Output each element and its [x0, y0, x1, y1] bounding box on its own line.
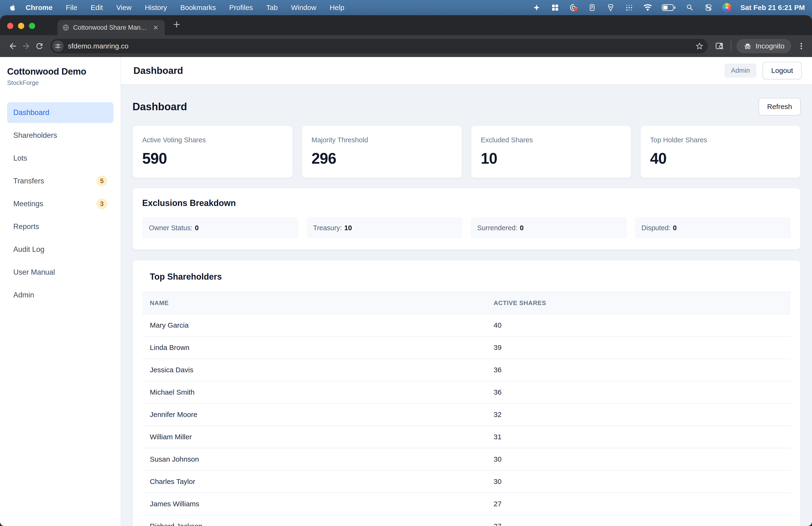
toolbar-separator [730, 41, 731, 51]
screen-record-icon[interactable] [569, 3, 578, 12]
exclusion-value: 10 [344, 224, 352, 232]
menubar-clock[interactable]: Sat Feb 21 6:21 PM [740, 3, 805, 12]
sidebar-item-label: Dashboard [13, 108, 107, 117]
sidebar-item-label: Shareholders [13, 131, 107, 140]
sidebar-item-label: Transfers [13, 177, 97, 185]
apple-menu-icon[interactable] [9, 3, 17, 12]
browser-tab[interactable]: Cottonwood Share Manager [57, 20, 165, 35]
close-window-button[interactable] [7, 23, 13, 29]
battery-icon[interactable] [662, 3, 676, 12]
exclusion-value: 0 [195, 224, 199, 232]
incognito-badge[interactable]: Incognito [737, 39, 791, 53]
exclusion-value: 0 [673, 224, 677, 232]
stat-card: Active Voting Shares 590 [132, 126, 293, 178]
stat-label: Active Voting Shares [142, 136, 283, 144]
menubar-menu-item[interactable]: Bookmarks [174, 3, 222, 12]
shareholder-active-shares: 27 [486, 515, 791, 526]
reload-button[interactable] [33, 40, 46, 53]
table-row[interactable]: Charles Taylor 30 [142, 470, 791, 493]
table-row[interactable]: Susan Johnson 30 [142, 448, 791, 470]
table-row[interactable]: Jessica Davis 36 [142, 359, 791, 381]
new-tab-button[interactable] [171, 19, 182, 30]
shield-icon[interactable] [606, 3, 615, 12]
shareholder-name: Linda Brown [142, 337, 486, 359]
stat-card: Majority Threshold 296 [302, 126, 462, 178]
shareholders-table: NAME ACTIVE SHARES Mary Garcia 40 [142, 292, 791, 526]
sparkle-icon[interactable] [532, 3, 541, 12]
exclusion-item: Surrendered: 0 [470, 217, 627, 239]
table-row[interactable]: James Williams 27 [142, 493, 791, 515]
sidebar-item-badge: 3 [97, 198, 107, 209]
exclusions-card: Exclusions Breakdown Owner Status: 0 Tre… [132, 188, 801, 250]
shareholder-name: Michael Smith [142, 381, 486, 403]
menubar-menu-item[interactable]: Window [285, 3, 323, 12]
sidebar-item-label: Lots [13, 154, 107, 162]
sidebar-item[interactable]: Reports [7, 216, 114, 237]
incognito-label: Incognito [755, 42, 784, 50]
shareholder-name: James Williams [142, 493, 486, 515]
exclusion-item: Treasury: 10 [306, 217, 463, 239]
menubar-menu-item[interactable]: Edit [84, 3, 110, 12]
menubar-menu-item[interactable]: View [110, 3, 138, 12]
sidebar-item[interactable]: Meetings 3 [7, 194, 114, 214]
menubar-menu-item[interactable]: Chrome [19, 3, 59, 12]
browser-window: Cottonwood Share Manager sfdemo.manring.… [0, 15, 812, 526]
exclusion-label: Disputed: [641, 224, 671, 232]
tab-close-icon[interactable] [151, 23, 160, 32]
shareholder-active-shares: 40 [486, 314, 791, 337]
sidebar-item[interactable]: Lots [7, 148, 114, 169]
address-bar[interactable]: sfdemo.manring.co [50, 39, 708, 54]
exclusion-item: Owner Status: 0 [142, 217, 299, 239]
table-row[interactable]: Richard Jackson 27 [142, 515, 791, 526]
url-text[interactable]: sfdemo.manring.co [68, 42, 691, 50]
sidebar-item[interactable]: Admin [7, 285, 114, 305]
logout-button[interactable]: Logout [763, 62, 801, 79]
table-row[interactable]: Jennifer Moore 32 [142, 403, 791, 426]
spotlight-search-icon[interactable] [685, 3, 695, 12]
role-badge: Admin [724, 63, 756, 78]
sidebar-item-label: Meetings [13, 200, 97, 208]
dots-grid-icon[interactable] [624, 3, 634, 12]
forward-button[interactable] [19, 40, 33, 53]
table-row[interactable]: William Miller 31 [142, 426, 791, 448]
sidebar-item[interactable]: Dashboard [7, 102, 114, 123]
sidebar-item[interactable]: User Manual [7, 262, 114, 283]
control-center-icon[interactable] [704, 3, 713, 12]
stats-row: Active Voting Shares 590 Majority Thresh… [132, 126, 801, 178]
browser-menu-icon[interactable] [797, 42, 806, 51]
back-button[interactable] [6, 40, 19, 53]
sidebar-item[interactable]: Shareholders [7, 125, 114, 146]
shareholder-active-shares: 32 [486, 403, 791, 426]
shareholder-active-shares: 36 [486, 359, 791, 381]
refresh-button[interactable]: Refresh [758, 98, 801, 115]
table-row[interactable]: Mary Garcia 40 [142, 314, 791, 337]
stat-value: 40 [650, 150, 791, 167]
zoom-window-button[interactable] [29, 23, 35, 29]
exclusion-label: Surrendered: [477, 224, 517, 232]
sidebar-item[interactable]: Transfers 5 [7, 171, 114, 191]
window-tiles-icon[interactable] [550, 3, 560, 12]
menubar-menu-item[interactable]: Tab [260, 3, 284, 12]
sidebar-nav: Dashboard Shareholders Lots Tran [7, 102, 114, 305]
tab-strip: Cottonwood Share Manager [0, 15, 812, 35]
browser-toolbar: sfdemo.manring.co Incognito [0, 35, 812, 57]
menubar-menu-item[interactable]: Help [323, 3, 351, 12]
stat-label: Top Holder Shares [650, 136, 791, 144]
shareholder-active-shares: 36 [486, 381, 791, 403]
app-title: Cottonwood Demo [7, 67, 114, 77]
table-row[interactable]: Linda Brown 39 [142, 337, 791, 359]
menubar-menu-item[interactable]: History [138, 3, 174, 12]
minimize-window-button[interactable] [18, 23, 24, 29]
top-shareholders-card: Top Shareholders NAME ACTIVE SHARES [132, 260, 801, 526]
table-row[interactable]: Michael Smith 36 [142, 381, 791, 403]
sidebar-item[interactable]: Audit Log [7, 239, 114, 260]
bookmark-star-icon[interactable] [695, 42, 704, 51]
app-subtitle: StockForge [7, 79, 114, 86]
notes-icon[interactable] [588, 3, 597, 12]
wifi-icon[interactable] [643, 3, 652, 12]
search-panel-icon[interactable] [715, 41, 724, 51]
menubar-menu-item[interactable]: File [59, 3, 84, 12]
menubar-menu-item[interactable]: Profiles [222, 3, 260, 12]
site-settings-icon[interactable] [52, 40, 64, 52]
color-wheel-icon[interactable] [722, 3, 731, 12]
